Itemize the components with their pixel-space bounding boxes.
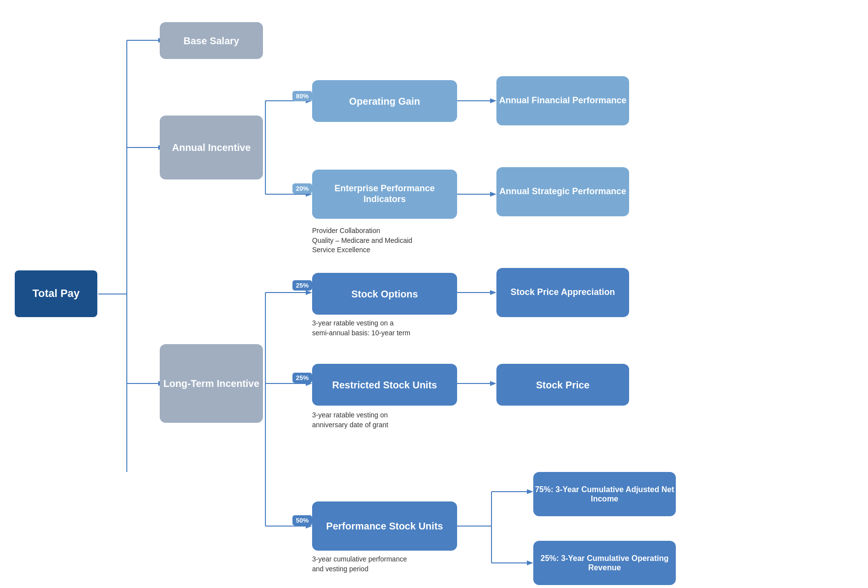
cumulative-income-node: 75%: 3-Year Cumulative Adjusted Net Inco… [533, 472, 676, 516]
enterprise-performance-node: Enterprise Performance Indicators [312, 170, 457, 219]
stock-options-node: Stock Options [312, 273, 457, 315]
total-pay-node: Total Pay [15, 270, 97, 317]
enterprise-subtext: Provider Collaboration Quality – Medicar… [312, 226, 457, 255]
stock-price-appreciation-node: Stock Price Appreciation [496, 268, 629, 317]
percent-20-badge: 20% [292, 183, 312, 194]
restricted-stock-subtext: 3-year ratable vesting on anniversary da… [312, 411, 460, 430]
svg-marker-27 [490, 381, 496, 386]
cumulative-revenue-node: 25%: 3-Year Cumulative Operating Revenue [533, 541, 676, 585]
annual-incentive-node: Annual Incentive [160, 116, 263, 179]
annual-strategic-node: Annual Strategic Performance [496, 167, 629, 216]
restricted-stock-node: Restricted Stock Units [312, 364, 457, 406]
svg-marker-14 [490, 98, 496, 103]
diagram: Total Pay Base Salary Annual Incentive L… [0, 0, 868, 588]
percent-50-badge: 50% [292, 515, 312, 526]
percent-25b-badge: 25% [292, 373, 312, 383]
percent-80-badge: 80% [292, 91, 312, 101]
operating-gain-node: Operating Gain [312, 80, 457, 122]
svg-marker-19 [306, 290, 312, 295]
base-salary-node: Base Salary [160, 22, 263, 59]
svg-marker-25 [490, 290, 496, 295]
stock-options-subtext: 3-year ratable vesting on a semi-annual … [312, 319, 460, 338]
annual-financial-node: Annual Financial Performance [496, 76, 629, 125]
performance-stock-subtext: 3-year cumulative performance and vestin… [312, 555, 460, 574]
stock-price-node: Stock Price [496, 364, 629, 406]
svg-marker-31 [527, 489, 533, 494]
percent-25a-badge: 25% [292, 280, 312, 291]
svg-marker-16 [490, 192, 496, 197]
svg-marker-33 [527, 560, 533, 565]
performance-stock-node: Performance Stock Units [312, 501, 457, 551]
long-term-incentive-node: Long-Term Incentive [160, 344, 263, 423]
